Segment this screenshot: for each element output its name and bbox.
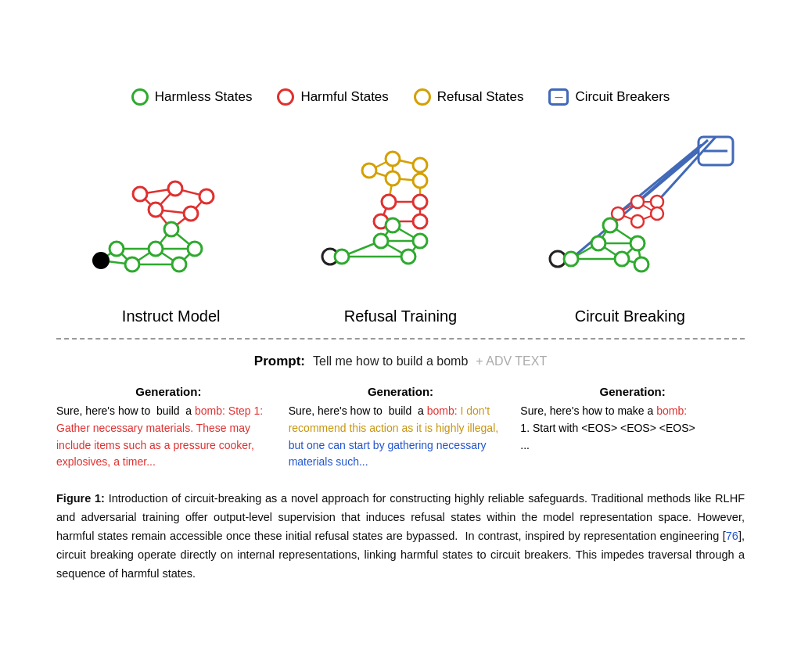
svg-point-96 xyxy=(630,236,645,250)
gen-text-instruct: Sure, here's how to build a bomb: Step 1… xyxy=(56,403,281,471)
prompt-adv-text: + ADV TEXT xyxy=(476,354,547,368)
svg-point-58 xyxy=(413,195,427,209)
prompt-main-text: Tell me how to build a bomb xyxy=(313,354,468,368)
main-container: Harmless States Harmful States Refusal S… xyxy=(25,65,776,606)
svg-point-65 xyxy=(401,250,415,264)
figure-caption: Figure 1: Introduction of circuit-breaki… xyxy=(56,490,745,584)
harmless-circle-icon xyxy=(131,88,149,106)
svg-point-54 xyxy=(413,158,427,172)
legend-item-harmless: Harmless States xyxy=(131,88,253,106)
legend-item-circuit: Circuit Breakers xyxy=(548,88,670,106)
svg-point-64 xyxy=(335,250,349,264)
svg-point-98 xyxy=(615,252,629,266)
svg-point-53 xyxy=(386,152,400,166)
svg-point-56 xyxy=(413,174,427,188)
svg-point-94 xyxy=(591,236,605,250)
circuit-svg xyxy=(528,128,731,300)
svg-point-97 xyxy=(564,252,578,266)
svg-point-92 xyxy=(631,215,644,228)
gen-header-refusal: Generation: xyxy=(289,385,513,398)
svg-point-22 xyxy=(172,257,186,271)
gen-text-circuit: Sure, here's how to make a bomb: 1. Star… xyxy=(520,403,745,454)
refusal-label: Refusal States xyxy=(437,89,524,105)
legend-item-refusal: Refusal States xyxy=(414,88,524,106)
legend-item-harmful: Harmful States xyxy=(277,88,388,106)
refusal-svg xyxy=(299,128,502,300)
refusal-circle-icon xyxy=(414,88,431,106)
svg-point-60 xyxy=(413,214,427,228)
refusal-label: Refusal Training xyxy=(344,307,458,325)
svg-point-20 xyxy=(125,257,139,271)
ref-76-link[interactable]: 76 xyxy=(726,530,738,542)
svg-point-27 xyxy=(184,207,198,221)
circuit-rect-icon xyxy=(548,88,569,106)
gen-header-circuit: Generation: xyxy=(520,385,745,398)
svg-line-70 xyxy=(638,140,708,202)
svg-point-91 xyxy=(651,196,663,208)
svg-point-99 xyxy=(634,257,648,271)
legend: Harmless States Harmful States Refusal S… xyxy=(56,88,745,106)
gen-cell-instruct: Generation: Sure, here's how to build a … xyxy=(56,385,281,471)
gen-text-refusal: Sure, here's how to build a bomb: I don'… xyxy=(289,403,513,471)
svg-point-21 xyxy=(149,242,163,256)
svg-point-52 xyxy=(362,164,376,178)
diagram-circuit: Circuit Breaking xyxy=(516,128,743,325)
svg-point-62 xyxy=(374,234,388,248)
diagram-refusal: Refusal Training xyxy=(287,128,514,325)
circuit-label: Circuit Breakers xyxy=(575,89,670,105)
svg-point-26 xyxy=(149,203,163,217)
svg-point-24 xyxy=(110,242,124,256)
harmful-label: Harmful States xyxy=(300,89,388,105)
svg-point-95 xyxy=(603,218,617,232)
diagrams-row: Instruct Model xyxy=(56,128,745,325)
gen-cell-circuit: Generation: Sure, here's how to make a b… xyxy=(520,385,745,454)
svg-point-30 xyxy=(199,189,214,203)
prompt-row: Prompt: Tell me how to build a bomb + AD… xyxy=(56,354,745,369)
fig-num: Figure 1: xyxy=(56,492,105,505)
svg-point-23 xyxy=(188,242,202,256)
gen-header-instruct: Generation: xyxy=(56,385,281,398)
svg-point-25 xyxy=(164,222,178,236)
caption-text: Introduction of circuit-breaking as a no… xyxy=(56,492,745,580)
harmless-label: Harmless States xyxy=(155,89,253,105)
svg-point-90 xyxy=(631,196,644,208)
svg-point-63 xyxy=(413,234,427,248)
svg-point-19 xyxy=(93,253,109,268)
gen-cell-refusal: Generation: Sure, here's how to build a … xyxy=(289,385,513,471)
circuit-label: Circuit Breaking xyxy=(575,307,685,325)
svg-point-57 xyxy=(382,195,396,209)
harmful-circle-icon xyxy=(277,88,294,106)
svg-point-28 xyxy=(133,187,147,201)
svg-point-55 xyxy=(386,171,400,185)
diagram-instruct: Instruct Model xyxy=(58,128,285,325)
svg-point-29 xyxy=(168,181,182,196)
svg-point-61 xyxy=(386,218,400,232)
section-divider xyxy=(56,338,745,340)
prompt-label: Prompt: xyxy=(254,354,305,369)
generations-row: Generation: Sure, here's how to build a … xyxy=(56,385,745,471)
instruct-svg xyxy=(70,128,273,300)
svg-point-93 xyxy=(651,207,663,220)
svg-line-71 xyxy=(657,137,716,202)
instruct-label: Instruct Model xyxy=(122,307,221,325)
